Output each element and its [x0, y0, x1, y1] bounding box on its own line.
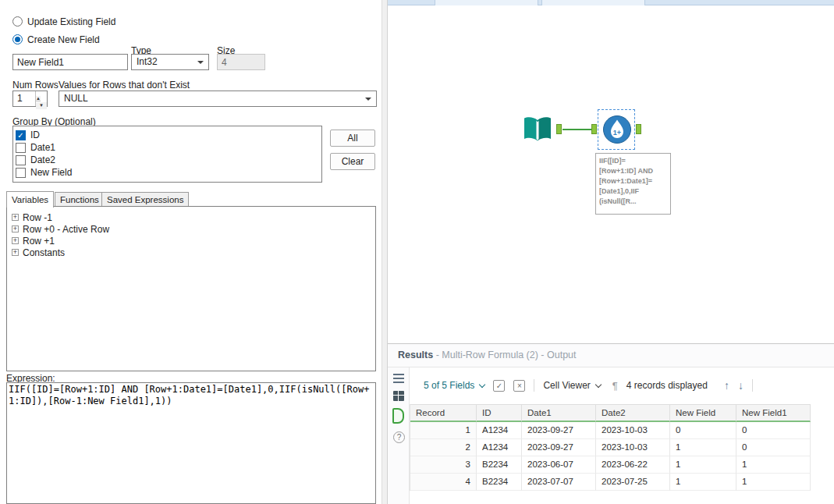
chevron-down-icon[interactable] — [595, 381, 602, 387]
table-cell[interactable]: 1 — [670, 439, 736, 456]
table-cell[interactable]: 1 — [670, 474, 736, 491]
clear-button[interactable]: Clear — [330, 153, 375, 170]
output-anchor-icon[interactable] — [556, 124, 562, 134]
checkbox-unchecked-icon[interactable] — [16, 143, 26, 153]
output-anchor-icon[interactable] — [636, 124, 641, 134]
results-toolbar: 5 of 5 Fields ✓ × Cell Viewer ¶ 4 record… — [424, 375, 753, 396]
canvas-tab[interactable] — [541, 0, 645, 5]
input-anchor-icon[interactable] — [591, 124, 597, 134]
group-by-row[interactable]: ✓ ID — [16, 129, 321, 141]
tree-expand-icon[interactable]: + — [12, 214, 19, 221]
toolbar-separator — [752, 379, 753, 392]
table-cell[interactable]: B2234 — [477, 474, 522, 491]
group-by-row[interactable]: New Field — [16, 166, 321, 179]
variables-tree: + Row -1 + Row +0 - Active Row + Row +1 … — [6, 206, 376, 371]
tree-item-label: Row +0 - Active Row — [23, 224, 109, 235]
table-cell[interactable]: 2023-07-25 — [596, 474, 670, 491]
clear-filter-icon[interactable]: × — [513, 380, 525, 392]
checkbox-unchecked-icon[interactable] — [16, 155, 26, 165]
group-by-listbox: ✓ ID Date1 Date2 New Field — [12, 126, 322, 183]
group-by-item-label: Date2 — [30, 154, 55, 165]
workflow-canvas[interactable]: 1+ IIF([ID]= [Row+1:ID] AND [Row+1:Date1… — [388, 0, 834, 343]
table-cell[interactable]: B2234 — [477, 456, 522, 474]
tab-functions[interactable]: Functions — [55, 192, 105, 207]
tree-item[interactable]: + Row +1 — [10, 235, 372, 247]
values-for-rows-label: Values for Rows that don't Exist — [59, 80, 190, 91]
tab-saved-expressions[interactable]: Saved Expressions — [101, 192, 189, 207]
table-cell[interactable]: A1234 — [477, 422, 522, 439]
num-rows-label: Num Rows — [12, 80, 59, 91]
table-cell[interactable]: 1 — [670, 456, 736, 474]
table-cell[interactable]: 0 — [670, 422, 736, 439]
table-view-icon[interactable] — [393, 391, 404, 401]
expression-editor[interactable]: IIF([ID]=[Row+1:ID] AND [Row+1:Date1]=[D… — [6, 382, 376, 504]
tree-item-label: Row +1 — [23, 236, 55, 247]
table-cell[interactable]: 4 — [410, 474, 477, 491]
group-by-item-label: ID — [30, 130, 40, 140]
help-icon[interactable]: ? — [393, 431, 405, 443]
column-header[interactable]: New Field — [670, 404, 736, 422]
checkbox-unchecked-icon[interactable] — [16, 168, 26, 178]
table-cell[interactable]: 1 — [736, 456, 811, 474]
values-for-rows-dropdown[interactable]: NULL — [59, 91, 377, 107]
output-anchor-page-icon[interactable] — [392, 408, 404, 424]
tree-item[interactable]: + Constants — [10, 247, 372, 258]
stepper-up-icon[interactable]: ▲ — [36, 96, 41, 101]
tree-item[interactable]: + Row -1 — [10, 211, 372, 223]
alteryx-window: Update Existing Field Create New Field T… — [0, 0, 834, 504]
table-cell[interactable]: 2023-10-03 — [596, 422, 670, 439]
cell-viewer-dropdown[interactable]: Cell Viewer — [543, 380, 590, 391]
tree-expand-icon[interactable]: + — [12, 225, 19, 232]
num-rows-stepper[interactable]: 1 ▲ ▼ — [12, 91, 48, 107]
table-cell[interactable]: 3 — [410, 456, 477, 474]
table-cell[interactable]: 1 — [410, 422, 477, 439]
column-header[interactable]: Date2 — [596, 404, 670, 422]
tree-item[interactable]: + Row +0 - Active Row — [10, 223, 372, 235]
table-cell[interactable]: 2023-06-07 — [522, 456, 596, 474]
column-header[interactable]: Date1 — [522, 404, 596, 422]
group-by-row[interactable]: Date1 — [16, 141, 321, 154]
type-value: Int32 — [137, 56, 158, 67]
new-field-name-input[interactable] — [12, 54, 128, 70]
table-cell[interactable]: 2023-09-27 — [522, 439, 596, 456]
table-cell[interactable]: 0 — [736, 439, 811, 456]
table-cell[interactable]: 2023-10-03 — [596, 439, 670, 456]
tool-annotation[interactable]: IIF([ID]= [Row+1:ID] AND [Row+1:Date1]= … — [595, 153, 671, 215]
canvas-tab[interactable] — [435, 0, 538, 5]
table-cell[interactable]: 2023-07-07 — [522, 474, 596, 491]
view-options-icon[interactable] — [393, 374, 404, 383]
table-cell[interactable]: 0 — [736, 422, 811, 439]
tree-expand-icon[interactable]: + — [12, 237, 19, 244]
all-button[interactable]: All — [330, 130, 375, 147]
chevron-down-icon[interactable] — [479, 381, 485, 387]
group-by-row[interactable]: Date2 — [16, 154, 321, 166]
column-header[interactable]: ID — [477, 404, 522, 422]
column-header[interactable]: Record — [410, 404, 477, 422]
tab-variables[interactable]: Variables — [6, 191, 54, 208]
column-header[interactable]: New Field1 — [736, 404, 811, 422]
type-dropdown[interactable]: Int32 — [131, 54, 209, 70]
table-cell[interactable]: 2023-09-27 — [522, 422, 596, 439]
table-cell[interactable]: 2023-06-22 — [596, 456, 670, 474]
table-cell[interactable]: 1 — [736, 474, 811, 491]
connection-line[interactable] — [563, 129, 592, 130]
whitespace-toggle-icon[interactable]: ¶ — [612, 380, 618, 392]
select-fields-icon[interactable]: ✓ — [493, 380, 505, 392]
canvas-tab-strip — [388, 0, 834, 5]
checkbox-checked-icon[interactable]: ✓ — [16, 130, 26, 140]
tree-item-label: Row -1 — [23, 212, 52, 223]
panel-scrollbar[interactable] — [382, 0, 388, 504]
up-arrow-icon[interactable]: ↑ — [724, 379, 729, 392]
num-rows-value: 1 — [17, 91, 23, 106]
table-cell[interactable]: 2 — [410, 439, 477, 456]
multi-row-formula-tool[interactable]: 1+ — [602, 115, 632, 144]
results-table: Record ID Date1 Date2 New Field New Fiel… — [410, 404, 811, 491]
stepper-down-icon[interactable]: ▼ — [36, 102, 47, 109]
fields-dropdown[interactable]: 5 of 5 Fields — [424, 380, 474, 391]
tree-expand-icon[interactable]: + — [12, 249, 19, 256]
update-existing-radio[interactable] — [12, 16, 23, 27]
input-data-tool[interactable] — [521, 114, 554, 145]
table-cell[interactable]: A1234 — [477, 439, 522, 456]
down-arrow-icon[interactable]: ↓ — [738, 379, 744, 392]
create-new-radio[interactable] — [12, 34, 23, 44]
